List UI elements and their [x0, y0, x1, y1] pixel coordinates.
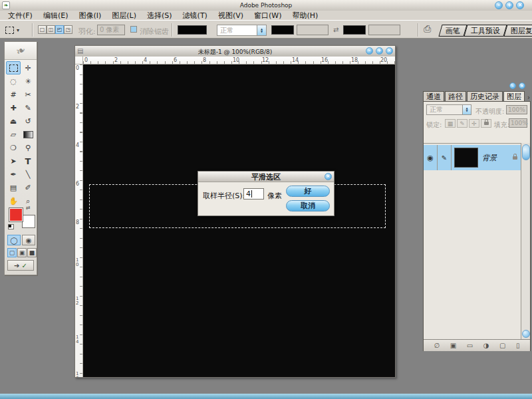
document-titlebar[interactable]: ▤ 未标题-1 @ 100%(RGB/8) – + × — [75, 46, 395, 57]
tool-clone-stamp[interactable]: ⏏ — [6, 114, 21, 128]
lock-all-button[interactable] — [481, 119, 491, 128]
vertical-ruler[interactable]: 0 2 4 6 8 10 12 14 16 — [75, 65, 83, 377]
tool-lasso[interactable]: ◌ — [6, 74, 21, 88]
tool-healing-brush[interactable]: ✚ — [6, 101, 21, 114]
document-close-button[interactable]: × — [386, 47, 393, 55]
standard-screen-button[interactable]: ▢ — [7, 248, 17, 257]
tool-line[interactable]: ╲ — [21, 168, 35, 181]
lock-pixels-button[interactable]: ✎ — [457, 119, 467, 128]
tool-eraser[interactable]: ▱ — [6, 128, 21, 141]
intersect-selection-button[interactable]: ◳ — [64, 25, 72, 34]
tool-history-brush[interactable]: ↺ — [21, 114, 35, 128]
canvas[interactable] — [83, 65, 395, 377]
menu-edit[interactable]: 编辑(E) — [38, 11, 74, 21]
layers-scrollbar[interactable] — [521, 143, 530, 339]
stepper-icon[interactable]: ▲▼ — [257, 25, 266, 35]
new-selection-button[interactable]: □ — [38, 25, 47, 34]
color-swatch-2[interactable] — [271, 25, 294, 35]
lock-transparency-button[interactable]: ▦ — [445, 119, 456, 128]
antialias-checkbox[interactable] — [130, 26, 137, 33]
color-swatch-1[interactable] — [178, 25, 207, 35]
add-layer-style-button[interactable]: ∅ — [434, 342, 440, 349]
app-minimize-button[interactable]: – — [495, 1, 503, 9]
scrollbar-down-button[interactable] — [522, 330, 530, 338]
scrollbar-thumb[interactable] — [522, 144, 530, 160]
new-adjustment-layer-button[interactable]: ◑ — [483, 342, 489, 349]
palette-minimize-button[interactable]: – — [509, 82, 516, 89]
lock-position-button[interactable]: ✛ — [469, 119, 479, 128]
delete-layer-button[interactable]: ▯ — [516, 342, 520, 349]
tool-path-selection[interactable]: ➤ — [6, 154, 21, 168]
app-close-button[interactable]: × — [516, 1, 524, 9]
dialog-close-button[interactable]: × — [325, 173, 332, 180]
tab-brushes[interactable]: 画笔 — [438, 25, 467, 37]
color-swatch-3[interactable] — [343, 25, 366, 35]
tab-layer-comps[interactable]: 图层复合 — [503, 25, 532, 37]
tool-gradient[interactable] — [21, 128, 35, 141]
tool-crop[interactable]: # — [6, 88, 21, 101]
tool-brush[interactable]: ✎ — [21, 101, 35, 114]
jump-to-imageready-button[interactable]: ➔ ✓ — [7, 260, 34, 271]
tool-magic-wand[interactable]: ✳ — [21, 74, 35, 88]
menu-filter[interactable]: 滤镜(T) — [178, 11, 213, 21]
print-brush-icon[interactable]: ⎙ — [424, 23, 431, 35]
opacity-input[interactable]: 100% — [506, 105, 527, 114]
sample-radius-input[interactable]: 4 — [243, 188, 264, 200]
menu-window[interactable]: 窗口(W) — [249, 11, 287, 21]
menu-layer[interactable]: 图层(L) — [106, 11, 142, 21]
app-restore-button[interactable]: + — [505, 1, 513, 9]
tool-eyedropper[interactable]: ✐ — [21, 181, 35, 194]
quickmask-mode-button[interactable]: ◉ — [22, 235, 35, 245]
tab-layers[interactable]: 图层 — [503, 91, 525, 101]
tab-overflow-arrow-icon[interactable]: › — [525, 94, 530, 101]
add-selection-button[interactable]: ◫ — [47, 25, 55, 34]
visibility-toggle[interactable]: ◉ — [424, 145, 438, 170]
blend-mode-combo[interactable]: 正常 ▲▼ — [217, 25, 267, 36]
menu-select[interactable]: 选择(S) — [142, 11, 178, 21]
tab-history[interactable]: 历史记录 — [467, 91, 503, 101]
palette-close-button[interactable]: × — [519, 82, 525, 89]
menu-file[interactable]: 文件(F) — [3, 11, 38, 21]
document-minimize-button[interactable]: – — [366, 47, 373, 55]
swap-colors-icon[interactable]: ⇄ — [26, 205, 31, 211]
ok-button[interactable]: 好 — [286, 186, 330, 197]
horizontal-ruler[interactable]: 0 2 4 6 8 10 12 14 16 18 20 — [83, 57, 395, 65]
tool-hand[interactable]: ✋ — [6, 194, 21, 207]
tab-tool-presets[interactable]: 工具预设 — [464, 25, 507, 37]
option-field-1[interactable] — [297, 25, 329, 35]
fullscreen-menu-button[interactable]: ▣ — [17, 248, 27, 257]
tool-dodge[interactable]: ⚲ — [21, 141, 35, 154]
tool-rectangular-marquee[interactable] — [6, 61, 21, 74]
fill-input[interactable]: 100% — [509, 118, 527, 128]
default-colors-icon[interactable] — [8, 224, 14, 229]
fullscreen-button[interactable]: ■ — [27, 248, 37, 257]
menu-image[interactable]: 图像(I) — [73, 11, 106, 21]
feather-input[interactable]: 0 像素 — [97, 25, 125, 35]
tab-paths[interactable]: 路径 — [445, 91, 466, 101]
document-restore-button[interactable]: + — [376, 47, 383, 55]
layer-thumbnail[interactable] — [454, 148, 478, 168]
subtract-selection-button[interactable]: ◰ — [55, 25, 64, 34]
tool-type[interactable]: T — [21, 154, 35, 168]
stepper-icon[interactable]: ▲▼ — [462, 105, 471, 114]
menu-view[interactable]: 视图(V) — [213, 11, 249, 21]
option-field-2[interactable] — [368, 25, 400, 35]
layer-blend-combo[interactable]: 正常 ▲▼ — [426, 104, 471, 115]
standard-mode-button[interactable]: ◯ — [7, 235, 21, 245]
layer-row-background[interactable]: ◉ ✎ 背景 — [424, 145, 521, 170]
swap-arrows-icon[interactable]: ⇄ — [333, 26, 338, 33]
menu-help[interactable]: 帮助(H) — [287, 11, 323, 21]
foreground-color-swatch[interactable] — [9, 207, 23, 222]
tool-pen[interactable]: ✒ — [6, 168, 21, 181]
app-titlebar[interactable]: ❧ Adobe Photoshop – + × — [0, 0, 532, 11]
background-color-swatch[interactable] — [22, 215, 35, 228]
new-group-button[interactable]: ▭ — [467, 342, 473, 349]
tool-move[interactable]: ✛ — [21, 61, 35, 74]
tool-blur[interactable]: ❍ — [6, 141, 21, 154]
new-layer-button[interactable]: ▢ — [499, 342, 505, 349]
tool-slice[interactable]: ✂ — [21, 88, 35, 101]
add-layer-mask-button[interactable]: ▣ — [450, 342, 456, 349]
cancel-button[interactable]: 取消 — [286, 200, 330, 211]
tool-notes[interactable]: ▤ — [6, 181, 21, 194]
current-tool-button[interactable]: ▾ — [5, 25, 25, 35]
